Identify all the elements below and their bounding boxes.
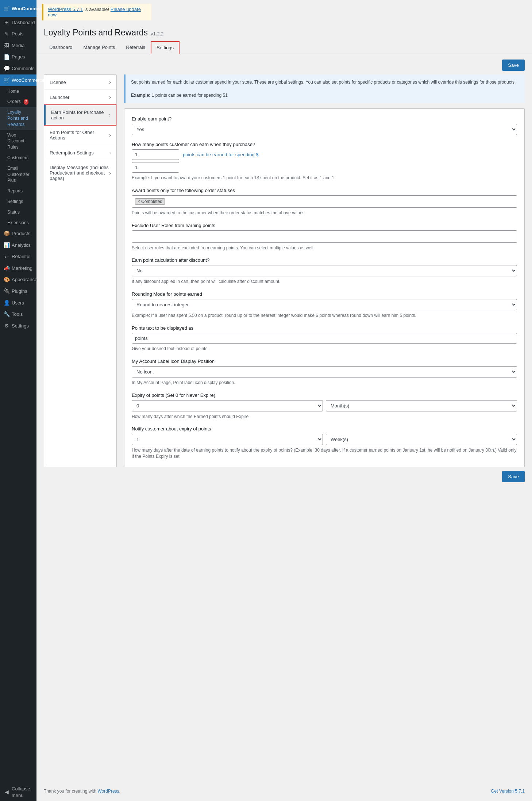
- points-text-display-hint: Give your desired text instead of points…: [132, 346, 517, 352]
- expiry-points-value-select[interactable]: 0 1 2 3 6 12: [132, 400, 323, 411]
- sidebar-item-dashboard[interactable]: ⊞ Dashboard: [0, 17, 36, 28]
- left-panel-display-messages[interactable]: Display Messages (Includes Product/cart …: [44, 160, 116, 185]
- tab-settings[interactable]: Settings: [151, 41, 180, 54]
- points-row: 1 points can be earned for spending $: [132, 149, 517, 160]
- sidebar-item-media[interactable]: 🖼 Media: [0, 40, 36, 51]
- sidebar-item-email-customizer[interactable]: Email Customizer Plus: [0, 163, 36, 186]
- left-panel-license[interactable]: License ›: [44, 75, 116, 90]
- field-rounding-mode: Rounding Mode for points earned Round to…: [132, 291, 517, 319]
- sidebar-item-label: Media: [12, 42, 24, 49]
- sidebar-item-status[interactable]: Status: [0, 207, 36, 218]
- sidebar-item-appearance[interactable]: 🎨 Appearance: [0, 274, 36, 286]
- notify-expiry-unit-select[interactable]: Day(s) Week(s) Month(s): [326, 434, 517, 445]
- enable-earn-point-select[interactable]: Yes No: [132, 124, 517, 135]
- sidebar-item-label: Plugins: [12, 288, 27, 295]
- chevron-right-icon: ›: [109, 112, 111, 118]
- get-version-link[interactable]: Get Version 5.7.1: [491, 789, 525, 794]
- sidebar-item-analytics[interactable]: 📊 Analytics: [0, 239, 36, 251]
- sidebar-item-comments[interactable]: 💬 Comments: [0, 63, 36, 74]
- expiry-points-unit-select[interactable]: Day(s) Week(s) Month(s) Year(s): [326, 400, 517, 411]
- chevron-right-icon: ›: [109, 79, 111, 85]
- points-value2-input[interactable]: 1: [132, 162, 179, 173]
- update-link[interactable]: WordPress 5.7.1: [48, 7, 83, 12]
- sidebar-item-label: Analytics: [12, 242, 31, 249]
- left-panel-redemption[interactable]: Redemption Settings ›: [44, 145, 116, 160]
- earn-after-discount-select[interactable]: No Yes: [132, 265, 517, 276]
- sidebar-item-woocommerce[interactable]: 🛒 WooCommerce: [0, 74, 36, 86]
- points-value1-input[interactable]: 1: [132, 149, 179, 160]
- marketing-icon: 📣: [4, 265, 9, 272]
- tab-manage-points[interactable]: Manage Points: [78, 41, 121, 54]
- sidebar-item-orders[interactable]: Orders 7: [0, 96, 36, 107]
- sidebar-item-reports[interactable]: Reports: [0, 186, 36, 196]
- tab-referrals[interactable]: Referrals: [120, 41, 151, 54]
- woocommerce-nav-icon: 🛒: [4, 77, 9, 84]
- products-icon: 📦: [4, 230, 9, 237]
- media-icon: 🖼: [4, 42, 9, 49]
- notify-expiry-value-select[interactable]: 1 2 3 7 14 30: [132, 434, 323, 445]
- info-box-example-label: Example:: [131, 93, 150, 98]
- points-earn-label: How many points customer can earn when t…: [132, 142, 517, 147]
- sidebar-logo[interactable]: 🛒 WooCommerce: [0, 0, 36, 17]
- exclude-roles-label: Exclude User Roles from earning points: [132, 223, 517, 228]
- sidebar-item-label: Reports: [7, 188, 23, 194]
- sidebar-item-label: Email Customizer Plus: [7, 165, 33, 184]
- exclude-roles-input[interactable]: [132, 230, 517, 243]
- sidebar-item-plugins[interactable]: 🔌 Plugins: [0, 285, 36, 297]
- left-panel-launcher[interactable]: Launcher ›: [44, 90, 116, 105]
- points-text-display-label: Points text to be displayed as: [132, 325, 517, 331]
- collapse-icon: ◀: [4, 789, 9, 796]
- sidebar-item-loyalty[interactable]: Loyalty Points and Rewards: [0, 107, 36, 130]
- sidebar-item-tools[interactable]: 🔧 Tools: [0, 308, 36, 320]
- sidebar-item-home[interactable]: Home: [0, 86, 36, 97]
- settings-icon: ⚙: [4, 322, 9, 330]
- sidebar-item-collapse[interactable]: ◀ Collapse menu: [0, 783, 36, 801]
- sidebar-item-label: Extensions: [7, 220, 29, 226]
- rounding-mode-select[interactable]: Round to nearest integer Round up Round …: [132, 299, 517, 310]
- earn-after-discount-hint: If any discount applied in cart, then po…: [132, 279, 517, 285]
- left-panel-earn-purchase[interactable]: Earn Points for Purchase action ›: [44, 105, 116, 125]
- sidebar-item-settings-main[interactable]: ⚙ Settings: [0, 320, 36, 332]
- info-box-example-text: 1 points can be earned for spending $1: [152, 93, 228, 98]
- sidebar-item-woo-discount[interactable]: Woo Discount Rules: [0, 130, 36, 153]
- sidebar-item-settings[interactable]: Settings: [0, 196, 36, 207]
- content-area: License › Launcher › Earn Points for Pur…: [36, 74, 532, 467]
- account-label-icon-label: My Account Label Icon Display Position: [132, 359, 517, 364]
- points-text-display-input[interactable]: points: [132, 333, 517, 344]
- info-box: Set points earned for each dollar custom…: [124, 74, 525, 103]
- save-button-top[interactable]: Save: [502, 60, 525, 71]
- sidebar-item-posts[interactable]: ✎ Posts: [0, 28, 36, 40]
- orders-badge: 7: [24, 99, 29, 105]
- sidebar-item-pages[interactable]: 📄 Pages: [0, 51, 36, 63]
- notify-expiry-selects: 1 2 3 7 14 30 Day(s) Week(s) Month(s): [132, 434, 517, 445]
- sidebar-item-users[interactable]: 👤 Users: [0, 297, 36, 309]
- save-button-bottom[interactable]: Save: [502, 471, 525, 482]
- sidebar-item-marketing[interactable]: 📣 Marketing: [0, 262, 36, 274]
- earn-after-discount-label: Earn point calculation after discount?: [132, 257, 517, 263]
- save-bar-bottom: Save: [36, 467, 532, 486]
- sidebar-item-extensions[interactable]: Extensions: [0, 218, 36, 228]
- sidebar-item-label: Status: [7, 209, 20, 215]
- footer: Thank you for creating with WordPress. G…: [36, 781, 532, 801]
- left-panel-label: Earn Points for Other Actions: [50, 130, 109, 141]
- account-label-icon-select[interactable]: No icon. Before After: [132, 366, 517, 377]
- sidebar-item-label: Products: [12, 230, 30, 237]
- left-panel-earn-other[interactable]: Earn Points for Other Actions ›: [44, 125, 116, 145]
- main-content: WordPress 5.7.1 is available! Please upd…: [36, 0, 532, 801]
- woocommerce-icon: 🛒: [4, 6, 9, 11]
- sidebar-item-label: Marketing: [12, 265, 32, 272]
- tab-dashboard[interactable]: Dashboard: [44, 41, 78, 54]
- appearance-icon: 🎨: [4, 276, 9, 284]
- sidebar-item-products[interactable]: 📦 Products: [0, 228, 36, 239]
- sidebar-item-customers[interactable]: Customers: [0, 153, 36, 163]
- wordpress-link[interactable]: WordPress: [97, 789, 119, 794]
- order-statuses-input[interactable]: × Completed: [132, 195, 517, 208]
- chevron-right-icon: ›: [109, 150, 111, 156]
- users-icon: 👤: [4, 299, 9, 307]
- tag-remove-icon[interactable]: ×: [138, 199, 140, 204]
- left-panel-label: License: [50, 80, 66, 85]
- page-header: Loyalty Points and Rewards v1.2.2: [36, 24, 532, 38]
- sidebar-item-label: Settings: [12, 323, 29, 329]
- sidebar-item-retainful[interactable]: ↩ Retainful: [0, 251, 36, 263]
- field-exclude-roles: Exclude User Roles from earning points S…: [132, 223, 517, 251]
